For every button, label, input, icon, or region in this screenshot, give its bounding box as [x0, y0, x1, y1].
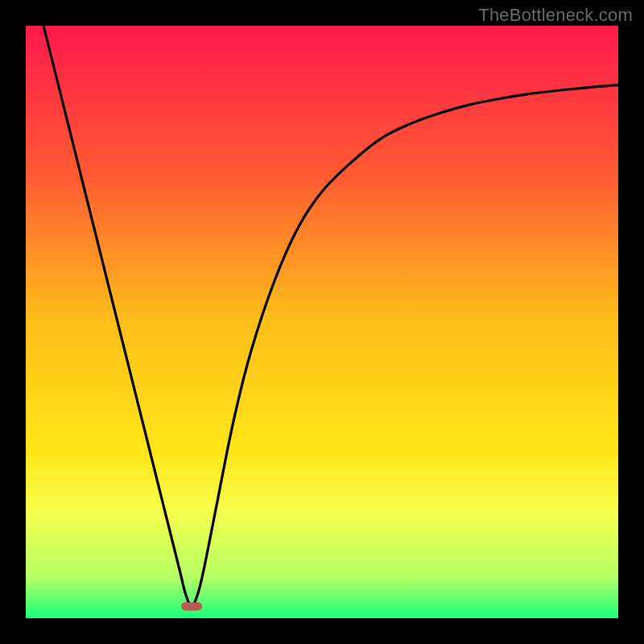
- minimum-marker: [181, 602, 202, 610]
- watermark-text: TheBottleneck.com: [478, 5, 633, 26]
- chart-background: [26, 26, 618, 618]
- chart-frame: [26, 26, 618, 618]
- chart-svg: [26, 26, 618, 618]
